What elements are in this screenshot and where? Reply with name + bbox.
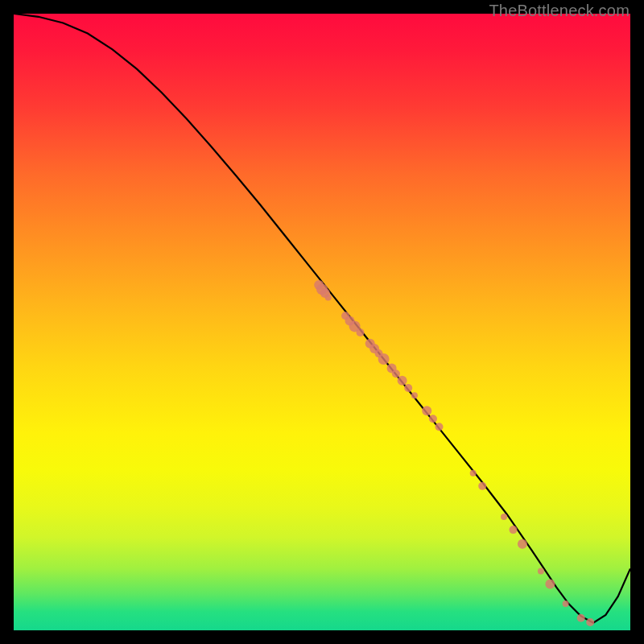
data-point — [501, 514, 507, 520]
data-point — [518, 539, 527, 549]
chart-svg — [14, 14, 630, 630]
plot-area — [14, 14, 630, 630]
data-point — [398, 376, 407, 386]
data-point — [538, 568, 544, 575]
data-point — [422, 406, 431, 415]
data-point — [436, 423, 444, 431]
bottleneck-curve — [14, 14, 630, 623]
data-point — [577, 614, 585, 622]
data-point — [392, 369, 400, 378]
data-point — [545, 580, 555, 589]
data-point — [325, 294, 332, 300]
watermark-text: TheBottleneck.com — [489, 2, 630, 20]
data-point — [357, 328, 365, 336]
chart-frame: TheBottleneck.com — [0, 0, 644, 644]
data-point — [586, 618, 594, 626]
data-points — [314, 280, 594, 626]
data-point — [563, 601, 569, 607]
data-point — [478, 482, 486, 490]
data-point — [510, 526, 518, 534]
data-point — [429, 415, 437, 423]
data-point — [470, 470, 477, 477]
data-point — [378, 353, 390, 365]
data-point — [404, 384, 412, 392]
data-point — [411, 392, 418, 398]
